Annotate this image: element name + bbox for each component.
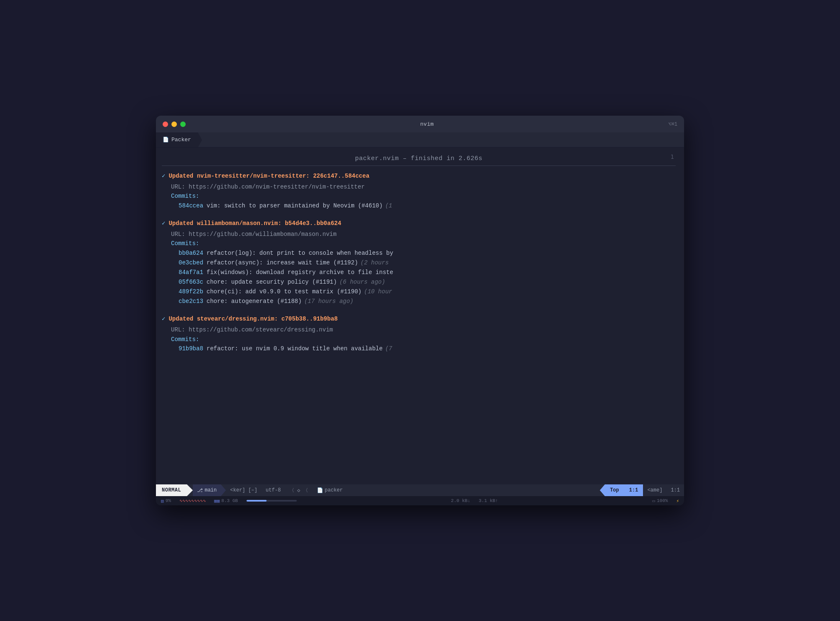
commit-line-1: bb0a624 refactor(log): dont print to con… <box>179 248 676 258</box>
commit-line-4: 05f663c chore: update security policy (#… <box>179 277 676 287</box>
commit-message: vim: switch to parser maintained by Neov… <box>207 201 383 211</box>
memory-icon: ▦▦ <box>214 498 220 504</box>
divider <box>162 166 676 166</box>
update-url: URL: https://github.com/nvim-treesitter/… <box>171 182 676 191</box>
commit-time-6: (17 hours ago) <box>304 297 354 306</box>
update-title-3: Updated stevearc/dressing.nvim: c705b38.… <box>169 315 337 323</box>
editor-header: packer.nvim – finished in 2.626s <box>162 152 676 165</box>
main-window: nvim ⌥⌘1 📄 Packer 1 packer.nvim – finish… <box>156 116 684 505</box>
bottom-bar: ▧ 9% ∿∿∿∿∿∿∿∿∿ ▦▦ 8.3 GB 2.0 kB↓ 3.1 kB↑… <box>156 496 684 505</box>
update-block-mason: ✓ Updated williamboman/mason.nvim: b54d4… <box>162 219 676 306</box>
commit-msg-2: refactor(async): increase wait time (#11… <box>207 258 358 268</box>
commit-hash-4: 05f663c <box>179 277 203 287</box>
status-branch-section: ⎇ main <box>193 484 221 496</box>
commit-time-d1: (7 <box>385 344 392 354</box>
commit-msg-1: refactor(log): dont print to console whe… <box>207 248 393 258</box>
right-pos-text: 1:1 <box>671 487 680 493</box>
window-shortcut: ⌥⌘1 <box>668 121 677 127</box>
memory-value: 8.3 GB <box>221 498 238 503</box>
status-encoding: utf-8 <box>262 484 285 496</box>
tab-label: Packer <box>171 137 191 143</box>
upload-value: 3.1 kB↑ <box>479 498 498 503</box>
commit-time-4: (6 hours ago) <box>340 277 385 287</box>
status-bar: NORMAL ⎇ main <ker] [–] utf-8 〈 ◇ 〈 📄 pa… <box>156 484 684 496</box>
window-title: nvim <box>420 121 433 127</box>
commit-line-5: 489f22b chore(ci): add v0.9.0 to test ma… <box>179 287 676 297</box>
tab-bar: 📄 Packer <box>156 132 684 147</box>
line-number: 1 <box>671 153 674 160</box>
file-name: packer <box>325 487 343 493</box>
status-right-label: <ame] <box>643 484 666 496</box>
flags-text: <ker] [–] <box>230 487 257 493</box>
commit-msg-6: chore: autogenerate (#1188) <box>207 297 302 306</box>
maximize-button[interactable] <box>180 122 186 127</box>
cpu-item: ▧ 9% <box>161 498 171 504</box>
commit-hash-6: cbe2c13 <box>179 297 203 306</box>
memory-bar-fill <box>246 500 267 502</box>
update-title: Updated nvim-treesitter/nvim-treesitter:… <box>169 172 369 181</box>
branch-name: main <box>205 487 217 493</box>
top-arrow <box>600 484 605 496</box>
memory-bar <box>246 500 297 502</box>
tab-packer[interactable]: 📄 Packer <box>156 132 198 147</box>
commit-hash-5: 489f22b <box>179 287 203 297</box>
commit-hash: 584ccea <box>179 201 203 211</box>
battery-item: ▭ 100% <box>652 498 668 504</box>
commit-hash-1: bb0a624 <box>179 248 203 258</box>
symbols-text: 〈 ◇ 〈 <box>289 487 309 494</box>
battery-value: 100% <box>657 498 668 503</box>
commits-label-2: Commits: <box>171 239 676 248</box>
commits-label-3: Commits: <box>171 335 676 344</box>
status-flags: <ker] [–] <box>226 484 262 496</box>
branch-arrow <box>221 484 226 496</box>
update-block-treesitter: ✓ Updated nvim-treesitter/nvim-treesitte… <box>162 172 676 211</box>
minimize-button[interactable] <box>171 122 177 127</box>
branch-icon: ⎇ <box>197 487 203 494</box>
status-symbols: 〈 ◇ 〈 <box>285 484 313 496</box>
status-file: 📄 packer <box>313 484 347 496</box>
update-block-dressing: ✓ Updated stevearc/dressing.nvim: c705b3… <box>162 315 676 354</box>
cpu-graph: ∿∿∿∿∿∿∿∿∿ <box>179 499 206 503</box>
update-url-3: URL: https://github.com/stevearc/dressin… <box>171 325 676 334</box>
tab-file-icon: 📄 <box>163 137 169 143</box>
encoding-text: utf-8 <box>266 487 281 493</box>
traffic-lights <box>163 122 186 127</box>
commit-line-6: cbe2c13 chore: autogenerate (#1188) (17 … <box>179 297 676 306</box>
right-label-text: <ame] <box>647 487 662 493</box>
upload-item: 3.1 kB↑ <box>479 498 498 503</box>
commit-line-3: 84af7a1 fix(windows): download registry … <box>179 268 676 277</box>
lightning-icon-item: ⚡ <box>676 498 679 504</box>
status-top: Top <box>605 484 624 496</box>
checkmark-icon: ✓ <box>162 172 165 179</box>
memory-item: ▦▦ 8.3 GB <box>214 498 238 504</box>
commit-hash-2: 0e3cbed <box>179 258 203 268</box>
cpu-graph-visual: ∿∿∿∿∿∿∿∿∿ <box>179 499 206 503</box>
update-title-line-3: ✓ Updated stevearc/dressing.nvim: c705b3… <box>162 315 676 323</box>
cpu-value: 9% <box>166 498 171 503</box>
download-item: 2.0 kB↓ <box>451 498 470 503</box>
commit-time-2: (2 hours <box>360 258 389 268</box>
status-right-pos: 1:1 <box>666 484 684 496</box>
update-title-line-2: ✓ Updated williamboman/mason.nvim: b54d4… <box>162 219 676 228</box>
battery-icon: ▭ <box>652 498 655 504</box>
checkmark-icon-2: ✓ <box>162 220 165 227</box>
file-icon: 📄 <box>317 487 323 494</box>
commit-time-5: (10 hour <box>364 287 392 297</box>
commit-line: 584ccea vim: switch to parser maintained… <box>179 201 676 211</box>
editor-area: 1 packer.nvim – finished in 2.626s ✓ Upd… <box>156 147 684 484</box>
cpu-icon: ▧ <box>161 498 164 504</box>
commit-time: (1 <box>385 201 392 211</box>
commit-hash-d1: 91b9ba8 <box>179 344 203 354</box>
status-mode-arrow <box>187 484 193 496</box>
commits-label: Commits: <box>171 191 676 201</box>
commit-msg-5: chore(ci): add v0.9.0 to test matrix (#1… <box>207 287 362 297</box>
lightning-icon: ⚡ <box>676 498 679 504</box>
commit-msg-d1: refactor: use nvim 0.9 window title when… <box>207 344 383 354</box>
close-button[interactable] <box>163 122 168 127</box>
commit-hash-3: 84af7a1 <box>179 268 203 277</box>
update-title-2: Updated williamboman/mason.nvim: b54d4e3… <box>169 219 341 228</box>
checkmark-icon-3: ✓ <box>162 315 165 322</box>
commit-msg-3: fix(windows): download registry archive … <box>207 268 393 277</box>
download-value: 2.0 kB↓ <box>451 498 470 503</box>
status-line-col: 1:1 <box>624 484 643 496</box>
